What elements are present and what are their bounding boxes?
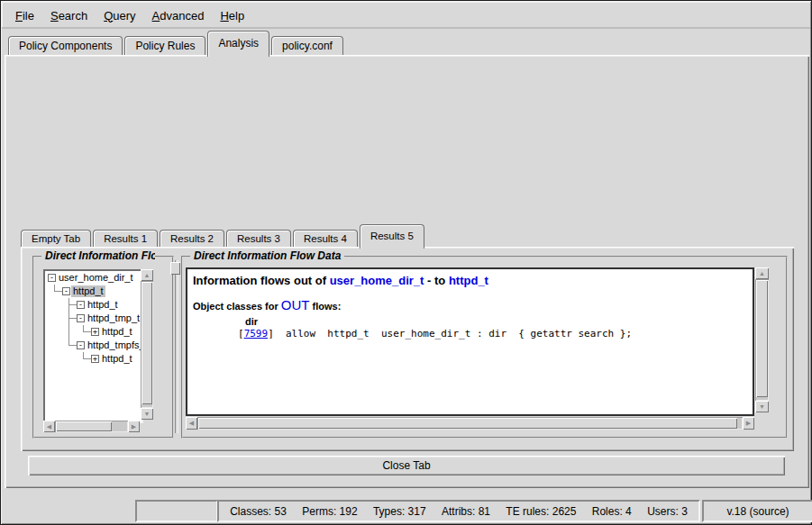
tree-node-label[interactable]: httpd_t bbox=[100, 326, 134, 338]
tab-results-3[interactable]: Results 3 bbox=[226, 230, 291, 247]
flow-data-hscrollbar[interactable]: ◀ ▶ bbox=[186, 417, 754, 430]
tab-results-1[interactable]: Results 1 bbox=[93, 230, 158, 247]
flow-data-title: Direct Information Flow Data bbox=[190, 249, 344, 262]
tree-row: + httpd_t bbox=[45, 352, 141, 366]
rule-number-link[interactable]: 7599 bbox=[244, 328, 269, 339]
menu-bar: File Search Query Advanced Help bbox=[2, 2, 810, 29]
flow-classes-suffix: flows: bbox=[313, 301, 342, 312]
tree-node-label[interactable]: httpd_tmpfs_ bbox=[86, 339, 143, 351]
tab-results-4[interactable]: Results 4 bbox=[293, 230, 358, 247]
stat-te-rules: TE rules: 2625 bbox=[506, 505, 576, 518]
object-class-name: dir bbox=[245, 316, 753, 327]
status-empty-box bbox=[135, 500, 218, 522]
stat-attribs: Attribs: 81 bbox=[442, 505, 490, 518]
tab-analysis[interactable]: Analysis bbox=[207, 31, 269, 57]
rule-body: allow httpd_t user_home_dir_t : dir { ge… bbox=[274, 328, 632, 339]
menu-help[interactable]: Help bbox=[212, 6, 252, 25]
status-bar: Classes: 53 Perms: 192 Types: 317 Attrib… bbox=[2, 491, 810, 523]
tab-results-5[interactable]: Results 5 bbox=[360, 224, 424, 249]
stat-users: Users: 3 bbox=[647, 505, 688, 518]
tree-toggle-icon[interactable]: - bbox=[77, 341, 85, 349]
status-version-box: v.18 (source) bbox=[702, 500, 812, 522]
tree-node-label[interactable]: httpd_t bbox=[100, 353, 134, 365]
flow-tree-vscrollbar[interactable]: ▲ ▼ bbox=[141, 269, 153, 420]
menu-advanced[interactable]: Advanced bbox=[144, 6, 213, 25]
scrollbar-thumb[interactable] bbox=[756, 280, 768, 397]
tab-results-2[interactable]: Results 2 bbox=[160, 230, 224, 247]
stat-perms: Perms: 192 bbox=[302, 505, 357, 518]
policy-stats: Classes: 53 Perms: 192 Types: 317 Attrib… bbox=[224, 505, 694, 518]
scrollbar-thumb[interactable] bbox=[198, 418, 737, 429]
arrow-right-icon[interactable]: ▶ bbox=[743, 417, 754, 430]
main-tab-bar: Policy Components Policy Rules Analysis … bbox=[8, 33, 345, 57]
flow-data-text[interactable]: Information flows out of user_home_dir_t… bbox=[186, 267, 754, 416]
stat-classes: Classes: 53 bbox=[230, 505, 287, 518]
stat-roles: Roles: 4 bbox=[592, 505, 632, 518]
status-stats-box: Classes: 53 Perms: 192 Types: 317 Attrib… bbox=[217, 500, 700, 522]
flow-classes-prefix: Object classes for bbox=[193, 301, 278, 312]
arrow-right-icon[interactable]: ▶ bbox=[128, 421, 140, 432]
tree-node-label[interactable]: httpd_tmp_t bbox=[86, 312, 141, 324]
flow-source-type: user_home_dir_t bbox=[330, 274, 424, 287]
arrow-up-icon[interactable]: ▲ bbox=[141, 269, 153, 281]
tree-node-label[interactable]: httpd_t bbox=[86, 299, 120, 311]
tree-data-sash-grip[interactable] bbox=[170, 262, 180, 275]
flow-tree-title: Direct Information Flow T bbox=[41, 249, 155, 262]
scrollbar-thumb[interactable] bbox=[56, 421, 112, 431]
tab-empty[interactable]: Empty Tab bbox=[21, 230, 91, 247]
tree-data-sash[interactable] bbox=[175, 260, 178, 433]
close-tab-button[interactable]: Close Tab bbox=[28, 456, 785, 475]
rule-bracket: ] bbox=[268, 328, 274, 339]
tree-row: - httpd_t bbox=[45, 285, 141, 298]
flow-tree-hscrollbar[interactable]: ◀ ▶ bbox=[43, 421, 140, 432]
tree-row: + httpd_t bbox=[45, 325, 141, 339]
menu-file[interactable]: File bbox=[7, 6, 42, 25]
menu-query[interactable]: Query bbox=[96, 6, 143, 25]
arrow-down-icon[interactable]: ▼ bbox=[755, 401, 769, 412]
results-tab-bar: Empty Tab Results 1 Results 2 Results 3 … bbox=[21, 227, 426, 249]
tab-policy-components[interactable]: Policy Components bbox=[8, 36, 123, 55]
arrow-up-icon[interactable]: ▲ bbox=[755, 267, 769, 279]
tree-toggle-icon[interactable]: - bbox=[62, 287, 70, 295]
tree-toggle-icon[interactable]: + bbox=[91, 355, 99, 363]
flow-heading-mid: - to bbox=[427, 274, 445, 287]
tree-row: - httpd_tmpfs_ bbox=[45, 339, 141, 352]
scrollbar-thumb[interactable] bbox=[141, 282, 152, 404]
flow-classes-line: Object classes for OUT flows: bbox=[193, 297, 753, 312]
tab-policy-conf[interactable]: policy.conf bbox=[271, 36, 343, 55]
tree-node-label[interactable]: user_home_dir_t bbox=[57, 272, 135, 284]
flow-heading: Information flows out of user_home_dir_t… bbox=[193, 274, 753, 287]
tree-row: - httpd_tmp_t bbox=[45, 312, 141, 325]
tree-row: - httpd_t bbox=[45, 298, 141, 312]
allow-rule-line: [7599] allow httpd_t user_home_dir_t : d… bbox=[238, 328, 753, 339]
menu-search[interactable]: Search bbox=[42, 6, 96, 25]
flow-target-type: httpd_t bbox=[449, 274, 488, 287]
app-window: File Search Query Advanced Help Policy C… bbox=[0, 0, 812, 525]
tree-row: - user_home_dir_t bbox=[45, 271, 141, 285]
tree-toggle-icon[interactable]: - bbox=[77, 301, 85, 309]
flow-tree: - user_home_dir_t - httpd_t - httpd_t - … bbox=[43, 269, 143, 423]
tree-toggle-icon[interactable]: - bbox=[77, 314, 85, 322]
tree-node-label[interactable]: httpd_t bbox=[71, 285, 105, 297]
flow-data-vscrollbar[interactable]: ▲ ▼ bbox=[755, 267, 769, 412]
tree-toggle-icon[interactable]: - bbox=[48, 274, 56, 282]
flow-heading-prefix: Information flows out of bbox=[193, 274, 326, 287]
stat-types: Types: 317 bbox=[373, 505, 426, 518]
arrow-left-icon[interactable]: ◀ bbox=[43, 421, 55, 432]
arrow-down-icon[interactable]: ▼ bbox=[141, 408, 153, 420]
tree-toggle-icon[interactable]: + bbox=[91, 328, 99, 336]
arrow-left-icon[interactable]: ◀ bbox=[186, 417, 197, 430]
tab-policy-rules[interactable]: Policy Rules bbox=[124, 36, 205, 55]
flow-direction-label: OUT bbox=[281, 297, 310, 312]
policy-version-label: v.18 (source) bbox=[726, 505, 789, 518]
rule-bracket: [ bbox=[238, 328, 244, 339]
